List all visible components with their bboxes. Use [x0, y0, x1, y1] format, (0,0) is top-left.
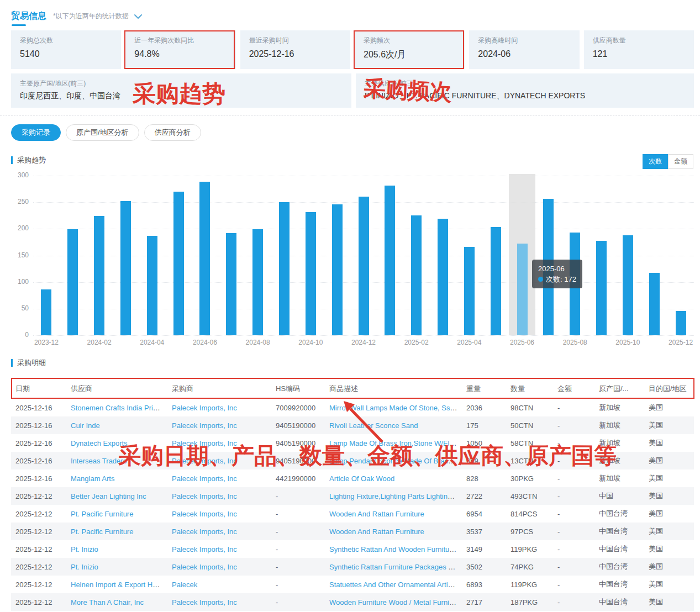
cell-date: 2025-12-16	[11, 434, 66, 452]
cell-origin: 新加坡	[594, 399, 644, 416]
supplier-link[interactable]: Pt. Inizio	[71, 545, 98, 553]
buyer-link[interactable]: Palecek Imports, Inc	[172, 474, 237, 483]
buyer-link[interactable]: Palecek Imports, Inc	[172, 404, 237, 412]
bar-2025-06[interactable]	[517, 244, 528, 335]
bar-2024-04[interactable]	[147, 236, 157, 335]
supplier-link[interactable]: More Than A Chair, Inc	[71, 598, 144, 606]
cell-weight: 3502	[462, 558, 506, 576]
cell-origin: 中国台湾	[594, 558, 644, 576]
desc-link[interactable]: Synthetic Rattan And Wooden Furniture P.…	[329, 545, 462, 553]
x-axis-tick: 2024-10	[294, 339, 327, 346]
bar-2025-10[interactable]	[623, 235, 633, 335]
cell-date: 2025-12-16	[11, 399, 66, 416]
x-axis-tick: 2024-06	[188, 339, 222, 346]
supplier-link[interactable]: Manglam Arts	[71, 474, 114, 483]
bar-2025-11[interactable]	[649, 273, 660, 335]
cell-date: 2025-12-16	[11, 416, 66, 434]
desc-link[interactable]: Rivoli Leather Sconce Sand	[329, 421, 418, 430]
bar-2025-04[interactable]	[464, 247, 475, 335]
buyer-link[interactable]: Palecek Imports, Inc	[172, 545, 237, 553]
supplier-link[interactable]: Pt. Pacific Furniture	[71, 527, 133, 536]
cell-weight: 175	[462, 416, 506, 434]
cell-dest: 美国	[644, 593, 694, 611]
desc-link[interactable]: Statuettes And Other Ornamental Articles…	[329, 581, 462, 589]
supplier-link[interactable]: Heinen Import & Export Heini...	[71, 581, 167, 589]
bar-2024-02[interactable]	[94, 216, 104, 335]
desc-link[interactable]: Lighting Fixture,Lighting Parts Lighting…	[329, 492, 462, 500]
cell-supplier: Dynatech Exports	[66, 434, 167, 452]
cell-buyer: Palecek Imports, Inc	[167, 540, 271, 558]
supplier-link[interactable]: Stonemen Crafts India Privat...	[71, 404, 167, 412]
x-axis-tick: 2025-04	[452, 339, 486, 346]
cell-weight: 659	[462, 452, 506, 469]
cell-supplier: Pt. Inizio	[66, 540, 167, 558]
supplier-link[interactable]: Dynatech Exports	[71, 439, 128, 447]
buyer-link[interactable]: Palecek Imports, Inc	[172, 527, 237, 536]
bar-2024-08[interactable]	[252, 229, 263, 335]
desc-link[interactable]: Lamp Made Of Brass,Iron,Stone W/Electr..…	[329, 439, 462, 447]
bar-2024-03[interactable]	[120, 201, 131, 335]
bar-2023-12[interactable]	[41, 289, 51, 335]
desc-link[interactable]: Synthetic Rattan Furniture Packages = Pi…	[329, 563, 462, 571]
cell-date: 2025-12-12	[11, 505, 66, 523]
x-axis-tick: 2025-12	[664, 339, 697, 346]
cell-supplier: Cuir Inde	[66, 416, 167, 434]
supplier-link[interactable]: Pt. Inizio	[71, 563, 98, 571]
cell-desc: Article Of Oak Wood	[325, 469, 462, 487]
buyer-link[interactable]: Palecek Imports, Inc	[172, 439, 237, 447]
cell-buyer: Palecek Imports, Inc	[167, 523, 271, 540]
desc-link[interactable]: Article Of Oak Wood	[329, 474, 394, 483]
buyer-link[interactable]: Palecek Imports, Inc	[172, 457, 237, 465]
buyer-link[interactable]: Palecek Imports, Inc	[172, 563, 237, 571]
bar-2025-05[interactable]	[491, 227, 501, 335]
cell-dest: 美国	[644, 399, 694, 416]
supplier-link[interactable]: Interseas Traders	[71, 457, 127, 465]
x-axis-tick: 2025-08	[559, 339, 592, 346]
supplier-link[interactable]: Pt. Pacific Furniture	[71, 510, 133, 518]
cell-weight: 3149	[462, 540, 506, 558]
supplier-link[interactable]: Better Jean Lighting Inc	[71, 492, 146, 500]
table-header-row: 日期供应商采购商HS编码商品描述重量数量金额原产国/...目的国/地区	[11, 379, 694, 399]
cell-qty: 50CTN	[506, 416, 553, 434]
bar-2024-05[interactable]	[173, 192, 184, 335]
x-axis-tick: 2025-02	[400, 339, 433, 346]
bar-2024-06[interactable]	[199, 182, 210, 335]
x-axis-tick: 2024-08	[241, 339, 275, 346]
column-header: 重量	[462, 379, 506, 399]
y-axis-tick: 250	[7, 198, 29, 205]
cell-desc: Synthetic Rattan And Wooden Furniture P.…	[325, 540, 462, 558]
y-axis-tick: 200	[7, 224, 29, 232]
bar-2024-01[interactable]	[67, 229, 78, 335]
buyer-link[interactable]: Palecek	[172, 581, 197, 589]
bar-2024-10[interactable]	[306, 212, 316, 335]
cell-hs: 9405190000	[271, 416, 325, 434]
buyer-link[interactable]: Palecek Imports, Inc	[172, 510, 237, 518]
bar-2024-09[interactable]	[279, 202, 290, 335]
bar-2025-09[interactable]	[596, 241, 607, 335]
cell-qty: 814PCS	[506, 505, 553, 523]
bar-2025-01[interactable]	[385, 186, 395, 335]
column-header: 采购商	[167, 379, 271, 399]
bar-2024-07[interactable]	[226, 233, 236, 335]
supplier-link[interactable]: Cuir Inde	[71, 421, 100, 430]
buyer-link[interactable]: Palecek Imports, Inc	[172, 492, 237, 500]
desc-link[interactable]: Wooden And Rattan Furniture	[329, 510, 424, 518]
cell-dest: 美国	[644, 416, 694, 434]
cell-origin: 中国	[594, 487, 644, 505]
bar-2025-03[interactable]	[438, 219, 448, 335]
cell-supplier: Stonemen Crafts India Privat...	[66, 399, 167, 416]
bar-2025-02[interactable]	[411, 215, 422, 335]
bar-2024-11[interactable]	[332, 204, 343, 335]
bar-2025-12[interactable]	[676, 311, 686, 335]
buyer-link[interactable]: Palecek Imports, Inc	[172, 421, 237, 430]
desc-link[interactable]: Wooden And Rattan Furniture	[329, 527, 424, 536]
desc-link[interactable]: Lamp Pendant Sconce Made Of Brass...	[329, 457, 458, 465]
cell-qty: 119PKG	[506, 576, 553, 593]
bar-2024-12[interactable]	[359, 197, 369, 335]
cell-dest: 美国	[644, 576, 694, 593]
buyer-link[interactable]: Palecek Imports, Inc	[172, 598, 237, 606]
cell-origin: 新加坡	[594, 416, 644, 434]
cell-desc: Statuettes And Other Ornamental Articles…	[325, 576, 462, 593]
desc-link[interactable]: Mirror Wall Lamps Made Of Stone, Ss Wit.…	[329, 404, 462, 412]
desc-link[interactable]: Wooden Furniture Wood / Metal Furniture.…	[329, 598, 462, 606]
